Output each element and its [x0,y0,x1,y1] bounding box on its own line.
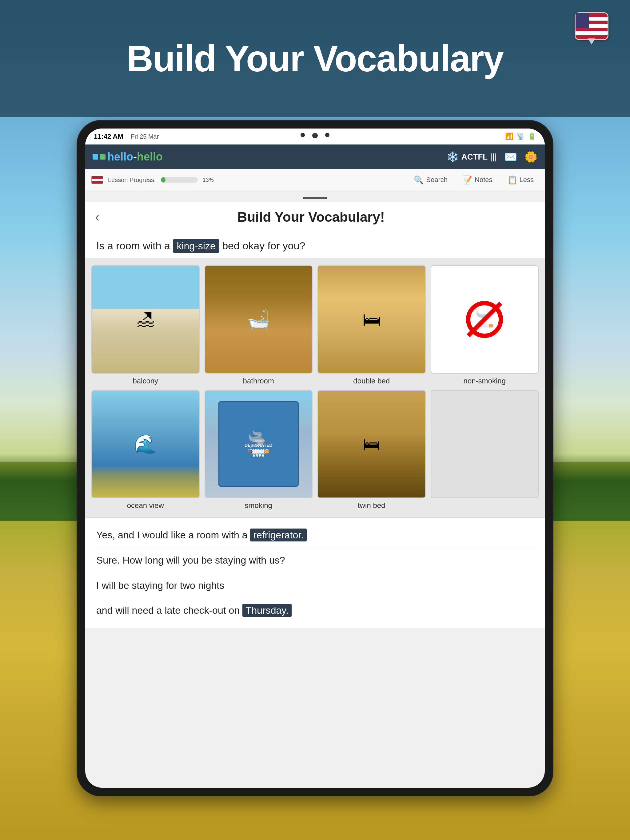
toolbar-flag [91,176,103,184]
header-right: ❄️ ACTFL ||| ✉️ 🌼 [446,151,537,163]
bars-icon: ||| [490,152,497,162]
sentence-4-highlight[interactable]: Thursday. [242,604,291,617]
search-label: Search [426,176,448,184]
drag-indicator [303,197,327,199]
vocab-item-bathroom[interactable]: bathroom [204,265,313,385]
app-header: hello-hello ❄️ ACTFL ||| ✉️ 🌼 [85,145,545,169]
notes-icon: 📝 [462,175,472,185]
tablet-screen: 11:42 AM Fri 25 Mar 📶 📡 🔋 hello-hello [85,128,545,788]
time-display: 11:42 AM [94,133,123,140]
less-icon: 📋 [507,175,517,185]
vocab-item-double-bed[interactable]: double bed [317,265,426,385]
vocab-item-empty [431,390,539,510]
drag-indicator-bar [85,191,545,202]
vocab-question: Is a room with a king-size bed okay for … [85,231,545,258]
envelope-icon[interactable]: ✉️ [504,151,517,163]
back-button[interactable]: ‹ [95,210,99,224]
tablet-device: 11:42 AM Fri 25 Mar 📶 📡 🔋 hello-hello [77,120,553,796]
sentence-2-text: Sure. How long will you be staying with … [96,555,285,566]
actfl-badge: ❄️ ACTFL ||| [446,151,497,163]
search-button[interactable]: 🔍 Search [409,173,453,187]
less-label: Less [519,176,534,184]
vocab-img-balcony [91,265,199,374]
lesson-progress-label: Lesson Progress: [108,177,156,183]
logo-hello2: hello [137,150,163,163]
logo-square-green [100,154,106,159]
sentence-4-text: and will need a late check-out on [96,605,242,616]
progress-bar-container [161,177,198,183]
search-icon: 🔍 [414,175,424,185]
vocab-label-ocean-view: ocean view [127,501,164,510]
banner-title: Build Your Vocabulary [127,37,503,80]
vocab-item-balcony[interactable]: balcony [91,265,199,385]
vocab-grid-row2: ocean view 🚬 DESIGNATEDSMOKINGAREA smoki… [91,390,539,510]
highlight-king-size[interactable]: king-size [173,239,219,253]
logo-square-blue [93,154,98,159]
less-button[interactable]: 📋 Less [502,173,539,187]
app-logo[interactable]: hello-hello [93,150,163,163]
no-smoking-sign [442,277,527,362]
sentence-1: Yes, and I would like a room with a refr… [96,523,534,548]
wifi-icon: 📶 [505,133,513,141]
flag-speech-icon[interactable] [575,12,611,49]
vocab-label-no-smoking: non-smoking [464,377,506,385]
camera-dot-center [312,133,318,138]
sentence-1-text: Yes, and I would like a room with a [96,529,250,540]
question-text-after: bed okay for you? [222,240,305,251]
signal-icon: 📡 [516,133,525,141]
smoking-sign-icon: 🚬 [252,430,266,443]
status-time: 11:42 AM Fri 25 Mar [94,133,159,141]
battery-icon: 🔋 [528,133,536,141]
vocab-img-ocean-view [91,390,199,498]
flower-icon[interactable]: 🌼 [524,151,537,163]
smoking-sign-bg: 🚬 DESIGNATEDSMOKINGAREA [218,401,299,487]
notes-label: Notes [475,176,492,184]
vocab-label-bathroom: bathroom [243,377,274,385]
vocab-item-smoking[interactable]: 🚬 DESIGNATEDSMOKINGAREA smoking [204,390,313,510]
snowflake-icon: ❄️ [446,151,459,163]
date-display: Fri 25 Mar [131,133,159,140]
vocab-img-bathroom [204,265,313,374]
page-header: ‹ Build Your Vocabulary! [85,202,545,231]
status-icons: 📶 📡 🔋 [505,133,536,141]
vocab-grid-section: balcony bathroom double bed [85,258,545,517]
vocab-grid-row1: balcony bathroom double bed [91,265,539,385]
toolbar: Lesson Progress: 13% 🔍 Search 📝 Notes 📋 … [85,169,545,191]
logo-hello: hello [108,150,133,163]
no-smoking-circle [466,301,503,338]
progress-bar-fill [161,177,166,183]
tablet-wrapper: 11:42 AM Fri 25 Mar 📶 📡 🔋 hello-hello [77,120,553,796]
sentence-2: Sure. How long will you be staying with … [96,548,534,573]
camera-dot-left [301,133,305,137]
top-banner: Build Your Vocabulary [0,0,630,117]
vocab-item-no-smoking[interactable]: non-smoking [431,265,539,385]
vocab-img-smoking: 🚬 DESIGNATEDSMOKINGAREA [204,390,313,498]
smoking-sign-text: DESIGNATEDSMOKINGAREA [245,443,272,458]
vocab-img-twin-bed [317,390,426,498]
logo-text: hello-hello [108,150,163,163]
vocab-label-double-bed: double bed [353,377,390,385]
actfl-label: ACTFL [461,152,488,162]
camera-dot-right [325,133,329,137]
vocab-label-balcony: balcony [133,377,158,385]
notes-button[interactable]: 📝 Notes [457,173,497,187]
vocab-label-smoking: smoking [245,501,272,510]
sentence-3: I will be staying for two nights [96,573,534,598]
tablet-camera [301,133,329,138]
sentence-4: and will need a late check-out on Thursd… [96,598,534,623]
vocab-label-twin-bed: twin bed [358,501,385,510]
vocab-item-twin-bed[interactable]: twin bed [317,390,426,510]
sentence-1-highlight[interactable]: refrigerator. [250,529,307,542]
flag-image [575,12,608,40]
vocab-img-empty [431,390,539,498]
vocab-img-no-smoking [431,265,539,374]
progress-percent: 13% [203,177,214,183]
vocab-item-ocean-view[interactable]: ocean view [91,390,199,510]
sentences-section: Yes, and I would like a room with a refr… [85,517,545,628]
question-text-before: Is a room with a [96,240,170,251]
sentence-3-text: I will be staying for two nights [96,580,224,591]
vocab-img-double-bed [317,265,426,374]
page-title: Build Your Vocabulary! [106,209,535,225]
